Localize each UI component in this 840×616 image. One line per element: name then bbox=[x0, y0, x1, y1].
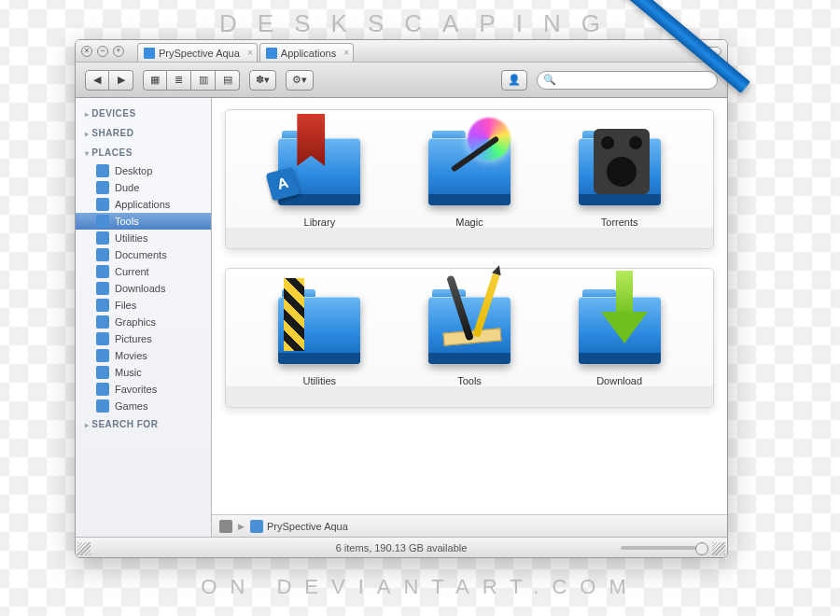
path-label: PrySpective Aqua bbox=[267, 521, 348, 532]
toolbar: ◀ ▶ ▦ ≣ ▥ ▤ ✽▾ ⚙▾ 👤 🔍 bbox=[76, 63, 727, 98]
folder-magic[interactable]: Magic bbox=[413, 119, 525, 222]
folder-icon bbox=[273, 278, 366, 364]
sidebar-item-label: Movies bbox=[115, 350, 147, 361]
folder-icon bbox=[573, 119, 666, 205]
search-field[interactable]: 🔍 bbox=[537, 71, 719, 90]
search-input[interactable] bbox=[560, 75, 712, 86]
zoom-window-button[interactable]: + bbox=[113, 46, 124, 57]
folder-icon bbox=[96, 248, 109, 261]
folder-icon bbox=[96, 399, 109, 413]
sidebar-item-current[interactable]: Current bbox=[76, 263, 211, 280]
resize-handle-icon[interactable] bbox=[712, 542, 725, 555]
sidebar-item-label: Downloads bbox=[115, 283, 165, 294]
folder-icon bbox=[96, 198, 109, 211]
folder-icon bbox=[96, 332, 109, 345]
sidebar-item-games[interactable]: Games bbox=[76, 398, 211, 414]
sidebar-item-label: Current bbox=[115, 266, 149, 277]
tab-pryspective[interactable]: PrySpective Aqua × bbox=[137, 43, 258, 62]
column-view-button[interactable]: ▥ bbox=[191, 70, 216, 91]
folder-torrents[interactable]: Torrents bbox=[564, 119, 676, 222]
folder-icon bbox=[573, 278, 666, 364]
sidebar-item-tools[interactable]: Tools bbox=[76, 213, 211, 230]
folder-icon bbox=[96, 215, 109, 228]
folder-icon bbox=[423, 119, 516, 205]
icon-view-button[interactable]: ▦ bbox=[143, 70, 167, 91]
folder-icon bbox=[96, 366, 109, 379]
sidebar-item-music[interactable]: Music bbox=[76, 364, 211, 381]
sidebar-item-label: Dude bbox=[115, 182, 139, 193]
coverflow-view-button[interactable]: ▤ bbox=[216, 70, 240, 91]
minimize-window-button[interactable]: − bbox=[97, 46, 108, 57]
sidebar-section-shared[interactable]: SHARED bbox=[76, 123, 211, 143]
folder-icon bbox=[96, 299, 109, 312]
search-icon: 🔍 bbox=[543, 74, 556, 86]
sidebar-item-graphics[interactable]: Graphics bbox=[76, 314, 211, 330]
nav-buttons: ◀ ▶ bbox=[85, 70, 133, 91]
sidebar-item-label: Favorites bbox=[115, 384, 157, 395]
sidebar-section-places[interactable]: PLACES bbox=[76, 143, 211, 162]
forward-button[interactable]: ▶ bbox=[109, 70, 133, 91]
sidebar-item-applications[interactable]: Applications bbox=[76, 196, 211, 213]
close-window-button[interactable]: × bbox=[81, 46, 92, 57]
folder-library[interactable]: ALibrary bbox=[263, 119, 375, 222]
sidebar-item-label: Desktop bbox=[115, 165, 152, 176]
folder-download[interactable]: Download bbox=[564, 278, 676, 381]
sidebar-item-documents[interactable]: Documents bbox=[76, 246, 211, 263]
folder-icon bbox=[266, 48, 277, 59]
sidebar-item-downloads[interactable]: Downloads bbox=[76, 280, 211, 297]
folder-icon bbox=[144, 48, 155, 59]
sidebar-item-label: Files bbox=[115, 300, 136, 311]
chevron-right-icon: ▶ bbox=[238, 522, 245, 531]
back-button[interactable]: ◀ bbox=[85, 70, 109, 91]
path-root[interactable] bbox=[219, 520, 232, 533]
close-tab-icon[interactable]: × bbox=[247, 48, 253, 58]
folder-label: Tools bbox=[457, 375, 482, 386]
path-segment[interactable]: PrySpective Aqua bbox=[250, 520, 348, 533]
folder-icon bbox=[96, 164, 109, 177]
folder-label: Library bbox=[304, 217, 336, 228]
path-bar: ▶ PrySpective Aqua bbox=[212, 514, 727, 537]
gear-button[interactable]: ⚙▾ bbox=[286, 70, 314, 91]
tab-label: PrySpective Aqua bbox=[159, 48, 240, 59]
sidebar-item-files[interactable]: Files bbox=[76, 297, 211, 314]
folder-utilities[interactable]: Utilities bbox=[263, 278, 375, 381]
titlebar: × − + PrySpective Aqua × Applications × bbox=[76, 40, 727, 63]
view-buttons: ▦ ≣ ▥ ▤ bbox=[143, 70, 240, 91]
sidebar-item-label: Games bbox=[115, 400, 147, 412]
folder-icon bbox=[423, 278, 516, 364]
shelf-row: ALibraryMagicTorrents bbox=[225, 109, 714, 249]
folder-label: Torrents bbox=[601, 217, 638, 228]
folder-icon bbox=[250, 520, 263, 533]
status-text: 6 items, 190.13 GB available bbox=[336, 542, 468, 553]
tab-applications[interactable]: Applications × bbox=[259, 43, 354, 62]
list-view-button[interactable]: ≣ bbox=[167, 70, 191, 91]
status-bar: 6 items, 190.13 GB available bbox=[76, 537, 727, 557]
folder-icon bbox=[96, 315, 109, 329]
sidebar-item-favorites[interactable]: Favorites bbox=[76, 381, 211, 398]
sidebar-item-pictures[interactable]: Pictures bbox=[76, 330, 211, 347]
tab-label: Applications bbox=[281, 48, 336, 59]
sidebar-item-utilities[interactable]: Utilities bbox=[76, 230, 211, 246]
sidebar-item-label: Music bbox=[115, 367, 142, 378]
sidebar-section-searchfor[interactable]: SEARCH FOR bbox=[76, 414, 211, 434]
window-controls: × − + bbox=[81, 46, 124, 57]
sidebar-item-label: Pictures bbox=[115, 333, 152, 344]
sidebar-item-desktop[interactable]: Desktop bbox=[76, 162, 211, 179]
folder-icon bbox=[96, 265, 109, 278]
content-area: ALibraryMagicTorrents UtilitiesToolsDown… bbox=[212, 98, 727, 537]
sidebar-item-dude[interactable]: Dude bbox=[76, 179, 211, 196]
folder-label: Magic bbox=[455, 217, 483, 228]
folder-tools[interactable]: Tools bbox=[413, 278, 525, 381]
sidebar-item-label: Applications bbox=[115, 199, 170, 210]
icon-grid[interactable]: ALibraryMagicTorrents UtilitiesToolsDown… bbox=[212, 98, 727, 514]
sidebar-item-movies[interactable]: Movies bbox=[76, 347, 211, 364]
sidebar-item-label: Utilities bbox=[115, 232, 147, 244]
action-button[interactable]: ✽▾ bbox=[249, 70, 276, 91]
user-button[interactable]: 👤 bbox=[501, 70, 527, 91]
resize-handle-icon[interactable] bbox=[77, 542, 91, 555]
sidebar-item-label: Documents bbox=[115, 249, 167, 260]
disk-icon bbox=[219, 520, 232, 533]
zoom-slider[interactable] bbox=[621, 546, 705, 550]
sidebar-section-devices[interactable]: DEVICES bbox=[76, 104, 211, 123]
close-tab-icon[interactable]: × bbox=[343, 48, 349, 58]
